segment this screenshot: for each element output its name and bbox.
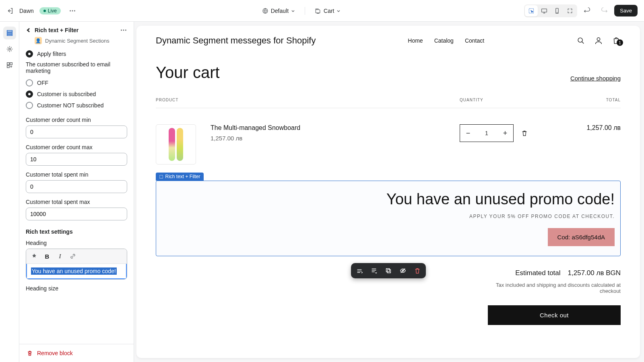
rte-link-icon[interactable] (68, 251, 78, 261)
topbar: Dawn Live Default Cart (0, 0, 644, 22)
hide-icon[interactable] (398, 266, 407, 275)
nav-catalog[interactable]: Catalog (434, 37, 454, 44)
input-order-max[interactable] (26, 153, 127, 166)
left-rail (0, 22, 19, 362)
rte-heading-editor[interactable]: B I You have an unused promo code! (26, 249, 127, 280)
mobile-icon[interactable] (551, 5, 564, 16)
svg-rect-21 (386, 269, 389, 272)
qty-value: 1 (476, 125, 497, 142)
svg-point-18 (578, 38, 582, 42)
email-section-label: The customer subscribed to email marketi… (26, 61, 127, 74)
cart-icon[interactable]: 1 (612, 36, 621, 45)
continue-shopping-link[interactable]: Continue shopping (570, 75, 621, 82)
remove-block-button[interactable]: Remove block (19, 344, 134, 362)
theme-name: Dawn (19, 8, 34, 14)
svg-point-11 (8, 48, 10, 50)
product-name[interactable]: The Multi-managed Snowboard (211, 124, 460, 132)
tax-note: Tax included and shipping and discounts … (484, 282, 621, 294)
quantity-stepper: − 1 + (460, 124, 514, 142)
store-title: Dynamic Segment messeges for Shopify (156, 35, 316, 46)
page-selector[interactable]: Cart (312, 6, 344, 16)
inspector-icon[interactable] (525, 5, 538, 16)
svg-point-2 (74, 10, 75, 11)
input-spent-min[interactable] (26, 180, 127, 193)
input-order-min[interactable] (26, 125, 127, 138)
duplicate-icon[interactable] (384, 266, 393, 275)
label-spent-max: Customer total spent max (26, 199, 127, 205)
radio-email-off[interactable]: OFF (26, 77, 127, 88)
chevron-left-icon (26, 27, 31, 33)
radio-email-not-subscribed[interactable]: Customer NOT subscribed (26, 100, 127, 111)
label-heading-size: Heading size (26, 285, 127, 292)
svg-rect-9 (7, 33, 12, 34)
label-order-max: Customer order count max (26, 144, 127, 150)
svg-point-16 (123, 30, 124, 31)
account-icon[interactable] (594, 36, 603, 45)
block-toolbar (351, 263, 426, 278)
rte-italic-icon[interactable]: I (55, 251, 65, 261)
svg-rect-12 (7, 63, 9, 65)
desktop-icon[interactable] (538, 5, 551, 16)
trash-icon (27, 350, 33, 356)
svg-point-0 (70, 10, 71, 11)
svg-rect-8 (7, 31, 12, 32)
promo-subtitle: APPLY YOUR 5% OFF PROMO CODE AT CHECKOUT… (166, 214, 615, 219)
redo-icon[interactable] (597, 5, 611, 17)
input-spent-max[interactable] (26, 208, 127, 220)
block-tag: Rich text + Filter (156, 173, 204, 181)
settings-tab-icon[interactable] (3, 43, 16, 56)
svg-rect-20 (159, 175, 163, 178)
rich-text-settings-heading: Rich text settings (26, 228, 127, 235)
page-title: Your cart (156, 64, 220, 82)
product-image[interactable] (156, 124, 196, 165)
svg-point-17 (125, 30, 126, 31)
checkout-button[interactable]: Check out (488, 305, 621, 325)
svg-point-19 (597, 38, 600, 41)
preview-frame: Dynamic Segment messeges for Shopify Hom… (136, 26, 640, 358)
status-badge: Live (39, 7, 61, 14)
label-heading: Heading (26, 240, 127, 246)
store-header: Dynamic Segment messeges for Shopify Hom… (136, 26, 640, 56)
selected-block[interactable]: Rich text + Filter You have an unused pr… (156, 181, 621, 256)
fullscreen-icon[interactable] (564, 5, 576, 16)
radio-apply-filters[interactable]: Apply filters (26, 48, 127, 60)
sidebar-more-icon[interactable] (120, 27, 127, 34)
promo-heading: You have an unused promo code! (166, 191, 615, 208)
remove-item-icon[interactable] (521, 130, 528, 137)
search-icon[interactable] (576, 36, 585, 45)
line-total: 1,257.00 лв (556, 124, 621, 132)
svg-rect-10 (7, 35, 12, 36)
sidebar-title[interactable]: Rich text + Filter (26, 27, 78, 33)
rte-content-text[interactable]: You have an unused promo code! (31, 267, 117, 275)
locale-selector[interactable]: Default (259, 6, 298, 16)
sidebar-subtitle: 👤 Dynamic Segment Sections (19, 37, 134, 48)
qty-decrease-button[interactable]: − (460, 125, 476, 142)
nav-contact[interactable]: Contact (465, 37, 484, 44)
svg-rect-22 (387, 269, 390, 273)
save-button[interactable]: Save (614, 5, 638, 16)
viewport-group (524, 4, 577, 17)
estimated-total-value: 1,257.00 лв BGN (568, 269, 621, 277)
more-icon[interactable] (66, 5, 78, 17)
promo-code: Cod: aS6dfg54dA (548, 228, 615, 246)
product-price: 1,257.00 лв (211, 135, 460, 142)
move-up-icon[interactable] (355, 266, 364, 275)
rte-bold-icon[interactable]: B (42, 251, 52, 261)
qty-increase-button[interactable]: + (497, 125, 513, 142)
label-order-min: Customer order count min (26, 117, 127, 123)
radio-email-subscribed[interactable]: Customer is subscribed (26, 88, 127, 100)
sections-tab-icon[interactable] (3, 27, 16, 39)
move-down-icon[interactable] (369, 266, 378, 275)
app-icon: 👤 (35, 37, 42, 44)
cart-item: The Multi-managed Snowboard 1,257.00 лв … (156, 108, 621, 181)
label-spent-min: Customer total spent min (26, 171, 127, 178)
nav-home[interactable]: Home (408, 37, 423, 44)
undo-icon[interactable] (580, 5, 594, 17)
rte-format-icon[interactable] (29, 251, 39, 261)
svg-rect-14 (7, 66, 9, 68)
svg-rect-5 (542, 9, 547, 12)
delete-icon[interactable] (413, 266, 422, 275)
apps-tab-icon[interactable] (3, 59, 16, 72)
exit-icon[interactable] (6, 7, 14, 14)
svg-rect-13 (10, 63, 12, 65)
